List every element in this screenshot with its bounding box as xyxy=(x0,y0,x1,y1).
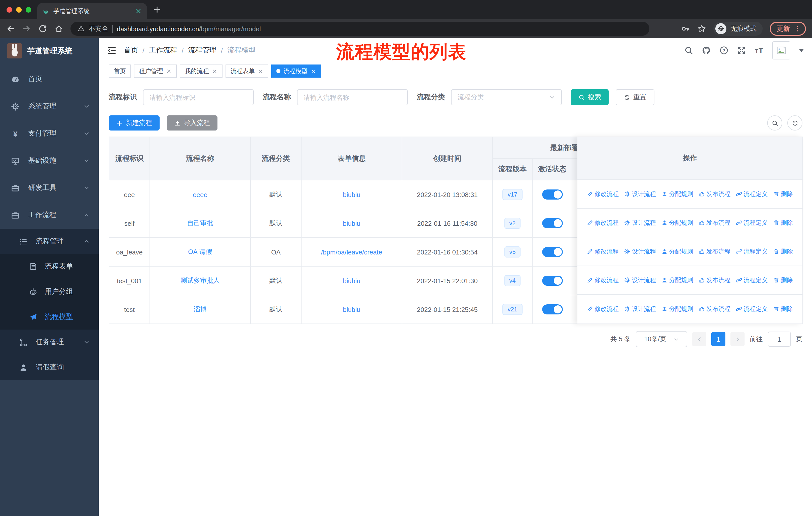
sidebar-item-任务管理[interactable]: 任务管理 xyxy=(0,330,99,355)
sidebar-item-基础设施[interactable]: 基础设施 xyxy=(0,147,99,174)
import-model-button[interactable]: 导入流程 xyxy=(167,115,218,131)
form-link[interactable]: /bpm/oa/leave/create xyxy=(321,248,382,256)
active-toggle[interactable] xyxy=(542,218,562,228)
action-删除[interactable]: 删除 xyxy=(773,218,793,227)
sidebar-item-支付管理[interactable]: ¥支付管理 xyxy=(0,120,99,147)
sidebar-item-请假查询[interactable]: 请假查询 xyxy=(0,355,99,380)
model-name-link[interactable]: eeee xyxy=(193,191,207,198)
action-修改流程[interactable]: 修改流程 xyxy=(587,218,619,227)
action-设计流程[interactable]: 设计流程 xyxy=(624,190,656,198)
search-icon[interactable] xyxy=(684,46,693,55)
tag-流程模型[interactable]: 流程模型 xyxy=(271,64,321,78)
close-icon[interactable] xyxy=(258,68,263,74)
action-修改流程[interactable]: 修改流程 xyxy=(587,276,619,284)
action-流程定义[interactable]: 流程定义 xyxy=(736,190,768,198)
action-分配规则[interactable]: 分配规则 xyxy=(662,218,693,227)
close-icon[interactable] xyxy=(212,68,218,74)
tag-租户管理[interactable]: 租户管理 xyxy=(134,64,177,78)
filter-name-input[interactable] xyxy=(297,89,408,105)
window-controls[interactable] xyxy=(6,7,31,12)
key-icon[interactable] xyxy=(681,24,690,33)
form-link[interactable]: biubiu xyxy=(343,191,360,198)
close-icon[interactable] xyxy=(311,68,316,74)
form-link[interactable]: biubiu xyxy=(343,306,360,313)
avatar-dropdown-icon[interactable] xyxy=(799,49,804,52)
tab-close-icon[interactable] xyxy=(135,7,142,15)
tag-首页[interactable]: 首页 xyxy=(109,64,131,78)
browser-tab[interactable]: 芋道管理系统 xyxy=(37,3,147,19)
action-修改流程[interactable]: 修改流程 xyxy=(587,305,619,313)
action-删除[interactable]: 删除 xyxy=(773,190,793,198)
toggle-search-button[interactable] xyxy=(767,115,782,131)
breadcrumb-item[interactable]: 首页 xyxy=(124,46,138,55)
next-page-button[interactable] xyxy=(730,332,745,346)
action-流程定义[interactable]: 流程定义 xyxy=(736,305,768,313)
active-toggle[interactable] xyxy=(542,189,562,199)
action-删除[interactable]: 删除 xyxy=(773,305,793,313)
sidebar-item-用户分组[interactable]: 用户分组 xyxy=(0,279,99,304)
model-name-link[interactable]: 自己审批 xyxy=(187,219,213,227)
action-设计流程[interactable]: 设计流程 xyxy=(624,247,656,256)
filter-key-input[interactable] xyxy=(143,89,254,105)
action-流程定义[interactable]: 流程定义 xyxy=(736,276,768,284)
action-分配规则[interactable]: 分配规则 xyxy=(662,190,693,198)
sidebar-collapse-icon[interactable] xyxy=(107,45,117,55)
breadcrumb-item[interactable]: 流程管理 xyxy=(188,46,216,55)
tag-我的流程[interactable]: 我的流程 xyxy=(180,64,223,78)
home-icon[interactable] xyxy=(54,24,63,33)
action-删除[interactable]: 删除 xyxy=(773,276,793,284)
search-button[interactable]: 搜索 xyxy=(571,89,609,105)
breadcrumb-item[interactable]: 工作流程 xyxy=(149,46,177,55)
action-设计流程[interactable]: 设计流程 xyxy=(624,218,656,227)
sidebar-item-系统管理[interactable]: 系统管理 xyxy=(0,93,99,120)
update-button[interactable]: 更新 xyxy=(770,22,806,36)
reload-icon[interactable] xyxy=(38,24,47,33)
minimize-window-button[interactable] xyxy=(16,7,22,12)
action-流程定义[interactable]: 流程定义 xyxy=(736,247,768,256)
action-修改流程[interactable]: 修改流程 xyxy=(587,190,619,198)
bookmark-star-icon[interactable] xyxy=(697,24,706,33)
action-设计流程[interactable]: 设计流程 xyxy=(624,305,656,313)
sidebar-item-研发工具[interactable]: 研发工具 xyxy=(0,174,99,201)
current-page-button[interactable]: 1 xyxy=(711,332,725,346)
filter-category-select[interactable]: 流程分类 xyxy=(451,89,562,105)
active-toggle[interactable] xyxy=(542,276,562,286)
action-流程定义[interactable]: 流程定义 xyxy=(736,218,768,227)
action-发布流程[interactable]: 发布流程 xyxy=(699,190,730,198)
address-bar[interactable]: 不安全 dashboard.yudao.iocoder.cn/bpm/manag… xyxy=(70,22,649,36)
sidebar-item-首页[interactable]: 首页 xyxy=(0,65,99,93)
action-分配规则[interactable]: 分配规则 xyxy=(662,305,693,313)
tag-流程表单[interactable]: 流程表单 xyxy=(226,64,268,78)
action-发布流程[interactable]: 发布流程 xyxy=(699,276,730,284)
active-toggle[interactable] xyxy=(542,304,562,315)
close-window-button[interactable] xyxy=(6,7,12,12)
help-icon[interactable]: ? xyxy=(719,46,728,55)
action-分配规则[interactable]: 分配规则 xyxy=(662,247,693,256)
action-分配规则[interactable]: 分配规则 xyxy=(662,276,693,284)
sidebar-item-工作流程[interactable]: 工作流程 xyxy=(0,201,99,229)
prev-page-button[interactable] xyxy=(692,332,706,346)
form-link[interactable]: biubiu xyxy=(343,219,360,227)
goto-page-input[interactable] xyxy=(768,332,791,347)
action-发布流程[interactable]: 发布流程 xyxy=(699,247,730,256)
model-name-link[interactable]: OA 请假 xyxy=(188,248,212,255)
action-删除[interactable]: 删除 xyxy=(773,247,793,256)
sidebar-item-流程表单[interactable]: 流程表单 xyxy=(0,254,99,279)
github-icon[interactable] xyxy=(702,46,711,55)
sidebar-item-流程模型[interactable]: 流程模型 xyxy=(0,304,99,330)
action-发布流程[interactable]: 发布流程 xyxy=(699,218,730,227)
model-name-link[interactable]: 滔博 xyxy=(194,305,207,313)
fullscreen-icon[interactable] xyxy=(737,46,746,55)
action-修改流程[interactable]: 修改流程 xyxy=(587,247,619,256)
browser-menu-icon[interactable] xyxy=(794,25,801,32)
font-size-icon[interactable]: TT xyxy=(755,46,764,55)
close-icon[interactable] xyxy=(166,68,172,74)
forward-icon[interactable] xyxy=(22,24,31,33)
model-name-link[interactable]: 测试多审批人 xyxy=(180,277,220,284)
create-model-button[interactable]: 新建流程 xyxy=(109,115,160,131)
active-toggle[interactable] xyxy=(542,247,562,257)
sidebar-item-流程管理[interactable]: 流程管理 xyxy=(0,229,99,254)
back-icon[interactable] xyxy=(6,24,15,33)
new-tab-button[interactable] xyxy=(153,5,161,13)
reset-button[interactable]: 重置 xyxy=(616,89,655,105)
